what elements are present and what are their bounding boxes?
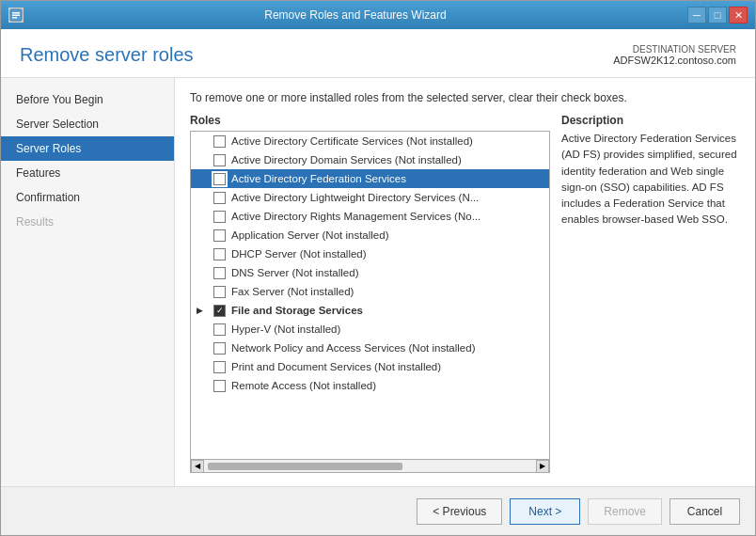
item-checkbox[interactable] (213, 248, 226, 260)
list-item[interactable]: Active Directory Domain Services (Not in… (191, 150, 549, 169)
window-controls: ─ □ ✕ (687, 7, 748, 24)
list-item[interactable]: Active Directory Rights Management Servi… (191, 207, 549, 226)
instruction-text: To remove one or more installed roles fr… (190, 91, 740, 104)
list-item[interactable]: Application Server (Not installed) (191, 226, 549, 244)
svg-rect-2 (12, 15, 20, 17)
description-panel: Description Active Directory Federation … (561, 114, 740, 473)
item-label: DNS Server (Not installed) (231, 267, 358, 278)
svg-rect-3 (12, 17, 17, 19)
main-content: To remove one or more installed roles fr… (175, 78, 755, 486)
remove-button[interactable]: Remove (588, 498, 662, 525)
item-label: DHCP Server (Not installed) (231, 248, 367, 260)
list-item[interactable]: Network Policy and Access Services (Not … (191, 339, 549, 357)
roles-panel: Roles Active Directory Certificate Servi… (190, 114, 550, 473)
item-label: Print and Document Services (Not install… (231, 361, 441, 372)
sidebar-item-results: Results (1, 210, 174, 234)
item-checkbox[interactable] (213, 267, 226, 279)
item-label: Active Directory Lightweight Directory S… (231, 192, 479, 203)
item-label: Network Policy and Access Services (Not … (231, 342, 476, 354)
item-checkbox[interactable] (213, 154, 226, 166)
list-item-file-storage[interactable]: ▶ File and Storage Services (191, 301, 549, 320)
list-item[interactable]: DHCP Server (Not installed) (191, 244, 549, 263)
restore-button[interactable]: □ (708, 7, 727, 24)
scroll-right-button[interactable]: ▶ (536, 460, 549, 473)
destination-server-info: DESTINATION SERVER ADFSW2K12.contoso.com (613, 44, 736, 66)
list-item-adfs[interactable]: Active Directory Federation Services (191, 169, 549, 188)
item-checkbox[interactable] (213, 361, 226, 373)
content-area: Before You Begin Server Selection Server… (1, 78, 755, 486)
panels: Roles Active Directory Certificate Servi… (190, 114, 740, 473)
item-checkbox[interactable] (213, 380, 226, 392)
item-checkbox[interactable] (213, 135, 226, 148)
item-label: Hyper-V (Not installed) (231, 323, 340, 335)
footer: < Previous Next > Remove Cancel (1, 486, 755, 535)
sidebar-item-features[interactable]: Features (1, 161, 174, 185)
description-panel-header: Description (561, 114, 740, 127)
item-label: Application Server (Not installed) (231, 229, 388, 241)
scroll-left-button[interactable]: ◀ (191, 460, 204, 473)
horizontal-scrollbar[interactable]: ◀ ▶ (191, 459, 549, 472)
sidebar-item-server-selection[interactable]: Server Selection (1, 112, 174, 136)
description-text: Active Directory Federation Services (AD… (561, 131, 740, 229)
item-label: Active Directory Domain Services (Not in… (231, 154, 462, 166)
item-checkbox[interactable] (213, 305, 226, 317)
wizard-window: Remove Roles and Features Wizard ─ □ ✕ R… (0, 0, 756, 536)
cancel-button[interactable]: Cancel (669, 498, 740, 525)
item-label: Active Directory Rights Management Servi… (231, 211, 480, 222)
item-label: Remote Access (Not installed) (231, 380, 376, 391)
sidebar-item-before-you-begin[interactable]: Before You Begin (1, 87, 174, 112)
roles-panel-header: Roles (190, 114, 550, 127)
roles-list-container: Active Directory Certificate Services (N… (190, 131, 550, 473)
list-item[interactable]: DNS Server (Not installed) (191, 263, 549, 282)
sidebar-item-confirmation[interactable]: Confirmation (1, 185, 174, 210)
sidebar-item-server-roles[interactable]: Server Roles (1, 136, 174, 161)
list-item[interactable]: Fax Server (Not installed) (191, 282, 549, 301)
item-label: Fax Server (Not installed) (231, 286, 354, 297)
window-icon (8, 8, 24, 23)
sidebar: Before You Begin Server Selection Server… (1, 78, 175, 486)
item-label: Active Directory Certificate Services (N… (231, 135, 473, 147)
svg-rect-1 (12, 12, 20, 14)
expand-icon: ▶ (197, 306, 208, 315)
title-bar: Remove Roles and Features Wizard ─ □ ✕ (1, 1, 755, 29)
item-checkbox[interactable] (213, 323, 226, 336)
list-item[interactable]: Hyper-V (Not installed) (191, 320, 549, 339)
item-checkbox[interactable] (213, 173, 226, 185)
minimize-button[interactable]: ─ (687, 7, 706, 24)
item-label: File and Storage Services (231, 305, 363, 316)
item-label: Active Directory Federation Services (231, 173, 406, 184)
list-item[interactable]: Print and Document Services (Not install… (191, 357, 549, 376)
roles-list-scroll[interactable]: Active Directory Certificate Services (N… (191, 132, 549, 459)
dest-server-name: ADFSW2K12.contoso.com (613, 55, 736, 66)
close-button[interactable]: ✕ (729, 7, 748, 24)
item-checkbox[interactable] (213, 192, 226, 204)
item-checkbox[interactable] (213, 286, 226, 298)
list-item[interactable]: Active Directory Certificate Services (N… (191, 132, 549, 150)
item-checkbox[interactable] (213, 211, 226, 223)
next-button[interactable]: Next > (510, 498, 580, 525)
list-item[interactable]: Remote Access (Not installed) (191, 376, 549, 395)
window-title: Remove Roles and Features Wizard (24, 8, 687, 22)
page-title: Remove server roles (20, 44, 194, 66)
list-item[interactable]: Active Directory Lightweight Directory S… (191, 188, 549, 207)
previous-button[interactable]: < Previous (417, 498, 502, 525)
page-header: Remove server roles DESTINATION SERVER A… (1, 29, 755, 78)
item-checkbox[interactable] (213, 229, 226, 242)
item-checkbox[interactable] (213, 342, 226, 355)
dest-server-label: DESTINATION SERVER (613, 44, 736, 55)
